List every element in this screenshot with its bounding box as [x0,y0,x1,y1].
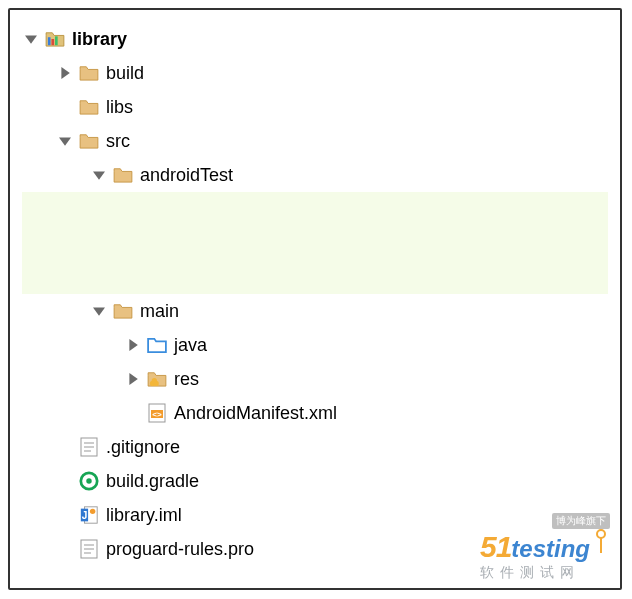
tree-node-src[interactable]: src [22,124,608,158]
source-folder-icon [146,334,168,356]
tree-node-gitignore[interactable]: .gitignore [22,430,608,464]
arrow-spacer [56,98,74,116]
svg-marker-4 [61,67,69,79]
svg-text:<>: <> [152,410,162,419]
disclosure-right-icon[interactable] [56,64,74,82]
svg-text:J: J [82,510,88,521]
arrow-spacer [56,438,74,456]
tree-node-apptest[interactable]: C ApplicationTest [0,260,632,294]
tree-node-androidtest[interactable]: androidTest [22,158,608,192]
watermark-subtitle: 软件测试网 [480,564,610,582]
tree-node-package[interactable]: com.demo.android.library [0,226,632,260]
folder-icon [78,130,100,152]
iml-file-icon: J [78,504,100,526]
tree-node-java-main[interactable]: java [22,328,608,362]
arrow-spacer [56,472,74,490]
disclosure-right-icon[interactable] [124,370,142,388]
svg-point-32 [90,509,95,514]
tree-node-main[interactable]: main [22,294,608,328]
tree-label: androidTest [140,165,233,186]
svg-marker-6 [93,171,105,179]
svg-marker-15 [93,307,105,315]
folder-icon [112,164,134,186]
svg-point-20 [152,378,157,383]
tree-label: java [174,335,207,356]
tree-label: proguard-rules.pro [106,539,254,560]
tree-label: build [106,63,144,84]
tree-node-library[interactable]: library [22,22,608,56]
tree-label: src [106,131,130,152]
tree-node-java-test[interactable]: java [0,192,632,226]
tree-label: build.gradle [106,471,199,492]
project-tree: library build libs src [8,8,622,590]
module-icon [44,28,66,50]
tree-node-iml[interactable]: J library.iml [22,498,608,532]
tree-node-build[interactable]: build [22,56,608,90]
folder-icon [78,96,100,118]
gradle-icon [78,470,100,492]
disclosure-down-icon[interactable] [22,30,40,48]
svg-marker-0 [25,35,37,43]
folder-icon [78,62,100,84]
svg-marker-16 [129,339,137,351]
tree-label: AndroidManifest.xml [174,403,337,424]
tree-node-proguard[interactable]: proguard-rules.pro [22,532,608,566]
tree-node-manifest[interactable]: <> AndroidManifest.xml [22,396,608,430]
text-file-icon [78,538,100,560]
disclosure-down-icon[interactable] [90,302,108,320]
folder-icon [112,300,134,322]
resource-folder-icon [146,368,168,390]
tree-label: main [140,301,179,322]
tree-label: library [72,29,127,50]
tree-label: res [174,369,199,390]
svg-point-29 [86,478,91,483]
disclosure-down-icon[interactable] [56,132,74,150]
tree-node-libs[interactable]: libs [22,90,608,124]
arrow-spacer [56,540,74,558]
tree-label: .gitignore [106,437,180,458]
svg-rect-2 [51,39,54,45]
tree-label: library.iml [106,505,182,526]
svg-rect-1 [48,37,51,45]
svg-rect-3 [55,36,58,45]
text-file-icon [78,436,100,458]
tree-node-res[interactable]: res [22,362,608,396]
test-source-highlight: java com.demo.android.library C [22,192,608,294]
svg-marker-5 [59,137,71,145]
arrow-spacer [56,506,74,524]
arrow-spacer [124,404,142,422]
xml-file-icon: <> [146,402,168,424]
tree-node-gradle[interactable]: build.gradle [22,464,608,498]
disclosure-right-icon[interactable] [124,336,142,354]
disclosure-down-icon[interactable] [90,166,108,184]
tree-label: libs [106,97,133,118]
svg-marker-17 [129,373,137,385]
